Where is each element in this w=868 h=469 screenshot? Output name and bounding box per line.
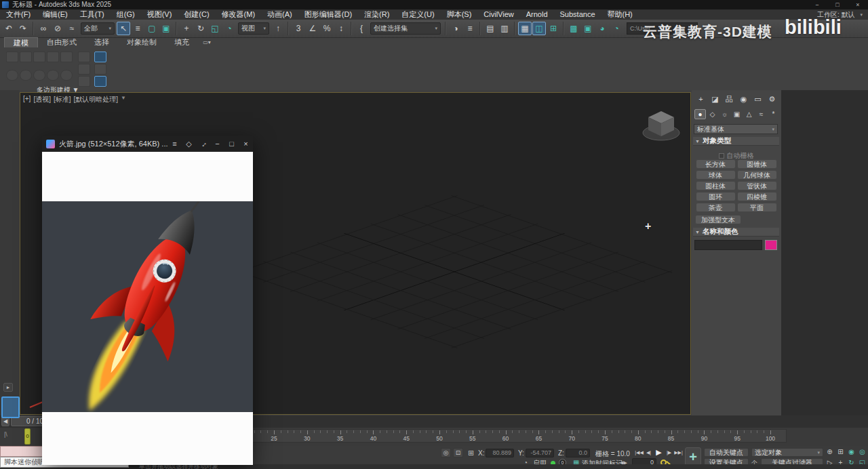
go-to-start-button[interactable]: |◀◀	[635, 447, 644, 457]
use-pivot-center-icon[interactable]: ↑	[271, 22, 285, 35]
align-icon[interactable]: ≡	[463, 22, 477, 35]
docked-panel-tab[interactable]	[1, 396, 20, 418]
layer-explorer-icon[interactable]: ▥	[498, 22, 511, 35]
shapes-icon[interactable]: ◇	[707, 109, 718, 119]
ribbon-button[interactable]	[20, 70, 32, 81]
reference-coordinate-dropdown[interactable]: 视图▾	[238, 22, 269, 35]
viewport-label[interactable]: [标准]	[54, 95, 71, 104]
primitive-button[interactable]: 圆锥体	[737, 159, 777, 169]
menu-item[interactable]: CivilView	[477, 9, 519, 20]
menu-item[interactable]: 渲染(R)	[358, 9, 395, 20]
geometry-icon[interactable]: ●	[694, 109, 706, 119]
ribbon-button[interactable]	[20, 52, 32, 62]
current-frame-marker[interactable]: 0	[24, 428, 31, 445]
next-frame-button[interactable]: |▶	[665, 447, 673, 457]
x-coordinate-field[interactable]: 80.889	[486, 449, 514, 457]
display-tab-icon[interactable]: ▭	[751, 94, 764, 104]
menu-item[interactable]: 自定义(U)	[395, 9, 440, 20]
ribbon-button[interactable]	[6, 52, 18, 62]
spinner-snap-icon[interactable]: ↕	[334, 22, 348, 35]
close-icon[interactable]: ×	[239, 136, 253, 152]
ribbon-tab[interactable]: 填充	[165, 37, 198, 47]
ribbon-button[interactable]	[94, 64, 106, 75]
percent-snap-icon[interactable]: %	[320, 22, 334, 35]
bind-to-spacewarp-icon[interactable]: ≈	[65, 22, 79, 35]
primitive-button[interactable]: 长方体	[696, 159, 736, 169]
motion-tab-icon[interactable]: ◉	[737, 94, 750, 104]
object-color-swatch[interactable]	[765, 240, 777, 250]
schematic-view-icon[interactable]: ⊞	[547, 22, 560, 35]
redo-icon[interactable]: ↷	[16, 22, 30, 35]
primitive-button[interactable]: 茶壶	[696, 203, 736, 212]
object-type-rollout[interactable]: ▼ 对象类型	[693, 137, 779, 146]
viewport-label[interactable]: [透视]	[33, 95, 51, 104]
name-and-color-rollout[interactable]: ▼ 名称和颜色	[693, 228, 779, 237]
mirror-icon[interactable]: ◑	[449, 22, 462, 35]
primitive-category-dropdown[interactable]: 标准基体 ▾	[694, 124, 778, 134]
angle-snap-icon[interactable]: ∠	[306, 22, 319, 35]
menu-item[interactable]: 创建(C)	[178, 9, 215, 20]
primitive-button[interactable]: 四棱锥	[737, 192, 777, 201]
ribbon-button[interactable]	[6, 70, 18, 81]
expand-panel-icon[interactable]: ►	[3, 383, 13, 392]
maximize-icon[interactable]: □	[224, 136, 239, 152]
chevron-down-icon[interactable]: ▼	[121, 95, 126, 104]
menu-item[interactable]: 修改器(M)	[216, 9, 262, 20]
ribbon-tab[interactable]: 建模	[4, 37, 38, 47]
ribbon-button[interactable]	[78, 64, 90, 75]
cameras-icon[interactable]: ▣	[731, 109, 743, 119]
undo-icon[interactable]: ↶	[2, 22, 16, 35]
zoom-all-icon[interactable]: ⊞	[835, 447, 846, 457]
photo-viewer-window[interactable]: 火箭.jpg (512×512像素, 64KB) ... ≡◇↔−□×	[42, 136, 253, 465]
go-to-end-button[interactable]: ▶▶|	[674, 447, 683, 457]
ribbon-tab[interactable]: 自由形式	[38, 37, 85, 47]
ribbon-button[interactable]	[60, 70, 73, 81]
zoom-extents-all-icon[interactable]: ◎	[857, 447, 867, 457]
render-iterative-icon[interactable]: ◔	[610, 22, 623, 35]
render-setup-icon[interactable]: ▩	[567, 22, 580, 35]
primitive-button[interactable]: 几何球体	[737, 170, 777, 180]
menu-item[interactable]: 文件(F)	[0, 9, 37, 20]
ribbon-button[interactable]	[33, 70, 45, 81]
selection-lock-icon[interactable]: ⊡	[453, 448, 463, 457]
menu-item[interactable]: Substance	[554, 9, 601, 20]
render-production-icon[interactable]: ◕	[595, 22, 609, 35]
primitive-button[interactable]: 圆柱体	[696, 181, 736, 190]
ribbon-button[interactable]	[78, 52, 90, 62]
select-by-name-icon[interactable]: ≡	[131, 22, 144, 35]
play-button[interactable]: ▶	[654, 447, 664, 457]
select-and-link-icon[interactable]: ∞	[37, 22, 50, 35]
app-restore-button[interactable]: □	[827, 0, 848, 9]
ribbon-button[interactable]	[33, 52, 45, 62]
unlink-selection-icon[interactable]: ⊘	[51, 22, 64, 35]
menu-item[interactable]: 视图(V)	[141, 9, 178, 20]
photo-window-titlebar[interactable]: 火箭.jpg (512×512像素, 64KB) ... ≡◇↔−□×	[42, 136, 253, 152]
auto-key-button[interactable]: 自动关键点	[704, 448, 749, 457]
ribbon-tab[interactable]: 对象绘制	[118, 37, 165, 47]
primitive-button[interactable]: 管状体	[737, 181, 777, 190]
utilities-tab-icon[interactable]: ⚙	[766, 94, 778, 104]
snap-toggle-icon[interactable]: 3	[292, 22, 305, 35]
window-crossing-icon[interactable]: ▣	[159, 22, 173, 35]
select-and-move-icon[interactable]: +	[180, 22, 193, 35]
scene-explorer-icon[interactable]: ▤	[484, 22, 497, 35]
view-cube[interactable]	[639, 105, 684, 143]
primitive-button[interactable]: 圆环	[696, 192, 736, 201]
ribbon-overflow-icon[interactable]: ▭▾	[198, 38, 216, 47]
create-tab-icon[interactable]: +	[694, 94, 707, 104]
app-minimize-button[interactable]: −	[807, 0, 827, 9]
y-coordinate-field[interactable]: -54.707	[526, 449, 554, 457]
ribbon-button[interactable]	[60, 52, 73, 62]
ribbon-button[interactable]	[47, 52, 59, 62]
select-and-place-icon[interactable]: ◔	[222, 22, 236, 35]
text-plus-button[interactable]: 加强型文本	[695, 215, 741, 224]
trackbar-filter-icon[interactable]: |\	[4, 431, 7, 438]
menu-item[interactable]: 图形编辑器(D)	[298, 9, 358, 20]
curve-editor-icon[interactable]: ◫	[532, 22, 546, 35]
named-selection-sets-dropdown[interactable]: 创建选择集▾	[370, 22, 441, 35]
menu-item[interactable]: 动画(A)	[261, 9, 298, 20]
app-close-button[interactable]: ×	[848, 0, 868, 9]
ribbon-button[interactable]	[94, 52, 106, 62]
ribbon-tab[interactable]: 选择	[85, 37, 118, 47]
edit-named-sets-icon[interactable]: {	[355, 22, 368, 35]
